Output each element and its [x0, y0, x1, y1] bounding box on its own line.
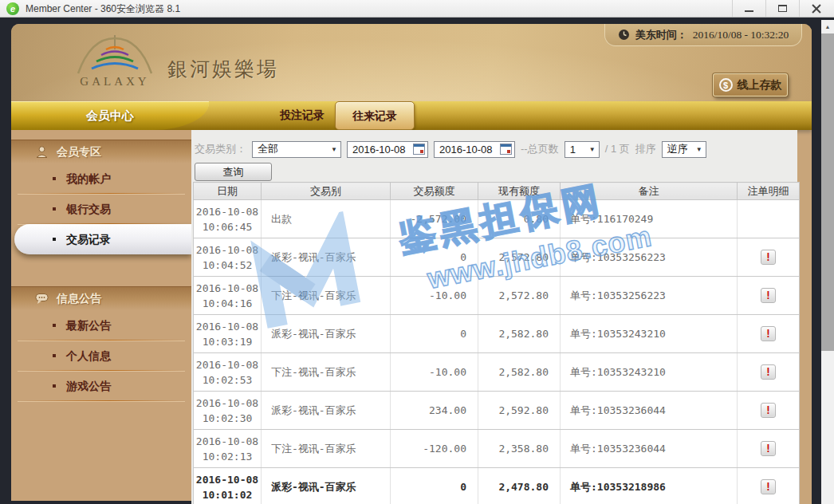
site-header: GALAXY 銀河娛樂場 美东时间： 2016/10/08 - 10:32:20… [11, 24, 812, 101]
maximize-button[interactable] [765, 0, 799, 17]
type-select-value: 全部 [258, 142, 278, 156]
chevron-down-icon: ▼ [589, 146, 596, 153]
cell-type: 派彩-视讯-百家乐 [262, 238, 391, 277]
sidebar-item-bank-transactions[interactable]: 银行交易 [11, 194, 191, 224]
server-time: 美东时间： 2016/10/08 - 10:32:20 [604, 24, 802, 46]
sort-select[interactable]: 逆序 ▼ [662, 141, 706, 158]
page-scrollbar[interactable]: ▲ [821, 20, 834, 504]
tab-transaction-records[interactable]: 往来记录 [335, 101, 415, 130]
bullet-icon [53, 207, 56, 211]
sidebar-item-latest-announcements[interactable]: 最新公告 [11, 310, 191, 341]
sidebar: 会员专区 我的帐户 银行交易 交易记录 信息公告 最新公告 个人信息 游戏公告 [11, 130, 191, 501]
cell-type: 下注-视讯-百家乐 [262, 430, 391, 468]
cell-type: 下注-视讯-百家乐 [262, 353, 391, 392]
cell-type: 下注-视讯-百家乐 [262, 277, 391, 315]
scroll-up-icon[interactable]: ▲ [821, 20, 834, 33]
transactions-table: 日期 交易别 交易额度 现有额度 备注 注单明细 2016-10-0810:06… [193, 182, 800, 504]
cell-type: 出款 [262, 200, 391, 238]
section-title: 信息公告 [57, 292, 101, 306]
cell-time: 10:01:02 [194, 487, 261, 502]
bet-detail-icon[interactable]: ! [761, 403, 776, 418]
cell-note: 单号:10353236044 [561, 392, 738, 430]
date-to-value: 2016-10-08 [439, 144, 493, 156]
cell-time: 10:04:52 [194, 258, 261, 273]
search-button[interactable]: 查询 [195, 163, 272, 181]
cell-time: 10:02:13 [194, 449, 261, 464]
col-balance: 现有额度 [478, 183, 561, 200]
sidebar-item-personal-messages[interactable]: 个人信息 [11, 341, 191, 371]
cell-balance: 2,478.80 [478, 468, 561, 504]
cell-note: 单号:10353236044 [561, 430, 738, 468]
close-button[interactable] [799, 0, 832, 17]
cell-date: 2016-10-08 [194, 357, 261, 372]
cell-detail [738, 200, 800, 238]
date-to-input[interactable]: 2016-10-08 [434, 141, 515, 158]
calendar-icon[interactable] [500, 144, 512, 155]
message-icon [35, 293, 49, 305]
bet-detail-icon[interactable]: ! [761, 441, 776, 456]
main-content: 交易类别： 全部 ▼ 2016-10-08 2016-10-08 --总页数 1… [191, 130, 797, 504]
bullet-icon [53, 354, 56, 357]
member-center-button[interactable]: 会员中心 [11, 101, 209, 130]
col-date: 日期 [194, 183, 262, 200]
bet-detail-icon[interactable]: ! [761, 250, 776, 265]
sidebar-item-label: 我的帐户 [66, 172, 111, 185]
browser-title-bar: e Member Center - 360安全浏览器 8.1 [0, 0, 834, 18]
table-row: 2016-10-0810:03:19 派彩-视讯-百家乐 0 2,582.80 … [194, 315, 800, 353]
galaxy-logo: GALAXY [62, 33, 167, 89]
sort-label: 排序 [635, 142, 656, 156]
table-row: 2016-10-0810:04:52 派彩-视讯-百家乐 0 2,572.80 … [194, 238, 800, 277]
galaxy-logo-text: GALAXY [62, 75, 167, 89]
minimize-button[interactable] [732, 0, 765, 17]
cell-amount: 0 [391, 315, 478, 353]
minimize-icon [745, 10, 753, 12]
table-row: 2016-10-0810:06:45 出款 -2,572.00 0.80 单号:… [194, 200, 800, 238]
cell-date: 2016-10-08 [194, 396, 261, 411]
type-filter-label: 交易类别： [195, 142, 246, 156]
type-select[interactable]: 全部 ▼ [252, 141, 341, 158]
cell-time: 10:02:30 [194, 411, 261, 426]
page-panel: GALAXY 銀河娛樂場 美东时间： 2016/10/08 - 10:32:20… [11, 24, 812, 504]
nav-bar: 会员中心 投注记录 往来记录 [11, 101, 812, 130]
bullet-icon [53, 177, 56, 180]
user-icon [35, 145, 49, 159]
sidebar-item-label: 交易记录 [66, 233, 111, 246]
calendar-icon[interactable] [413, 144, 425, 155]
cell-amount: -10.00 [391, 353, 478, 392]
cell-balance: 2,572.80 [478, 238, 561, 277]
chevron-down-icon: ▼ [331, 146, 337, 153]
cell-balance: 2,572.80 [478, 277, 561, 315]
cell-note: 单号:10353243210 [561, 353, 738, 392]
chevron-down-icon: ▼ [696, 146, 702, 153]
maximize-icon [778, 5, 787, 12]
cell-time: 10:06:45 [194, 219, 261, 234]
bet-detail-icon[interactable]: ! [761, 479, 776, 494]
sidebar-item-label: 个人信息 [66, 349, 111, 362]
bet-detail-icon[interactable]: ! [761, 288, 776, 303]
col-type: 交易别 [262, 183, 391, 200]
page-select[interactable]: 1 ▼ [565, 141, 600, 158]
sidebar-section-member-zone: 会员专区 [11, 140, 191, 163]
bullet-icon [53, 324, 56, 327]
scrollbar-thumb[interactable] [821, 33, 834, 351]
sidebar-item-my-account[interactable]: 我的帐户 [11, 163, 191, 194]
date-from-input[interactable]: 2016-10-08 [347, 141, 428, 158]
online-deposit-button[interactable]: $ 线上存款 [713, 73, 788, 96]
cell-amount: 0 [391, 238, 478, 277]
cell-date: 2016-10-08 [194, 242, 261, 258]
cell-amount: -120.00 [391, 430, 478, 468]
cell-balance: 2,592.80 [478, 392, 561, 430]
bullet-icon [53, 384, 56, 388]
cell-type: 派彩-视讯-百家乐 [262, 392, 391, 430]
bet-detail-icon[interactable]: ! [761, 364, 776, 380]
cell-note: 单号:10353256223 [561, 238, 738, 277]
bet-detail-icon[interactable]: ! [761, 326, 776, 341]
table-row: 2016-10-0810:01:02 派彩-视讯-百家乐 0 2,478.80 … [194, 468, 800, 504]
cell-balance: 2,582.80 [478, 315, 561, 353]
cell-amount: -2,572.00 [391, 200, 478, 238]
table-header-row: 日期 交易别 交易额度 现有额度 备注 注单明细 [194, 183, 800, 200]
sidebar-item-transaction-records[interactable]: 交易记录 [14, 224, 191, 254]
cell-date: 2016-10-08 [194, 472, 261, 487]
tab-betting-records[interactable]: 投注记录 [265, 101, 340, 128]
sidebar-item-game-announcements[interactable]: 游戏公告 [11, 371, 191, 401]
